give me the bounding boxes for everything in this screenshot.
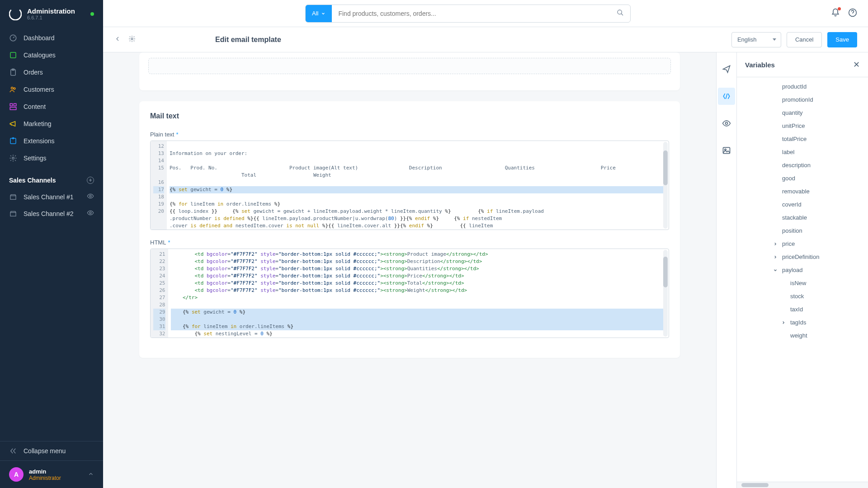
- nav-dashboard[interactable]: Dashboard: [0, 29, 103, 47]
- nav-extensions[interactable]: Extensions: [0, 132, 103, 150]
- variable-label: removable: [782, 188, 810, 195]
- close-button[interactable]: ✕: [853, 60, 860, 70]
- add-channel-button[interactable]: +: [87, 177, 94, 184]
- scrollbar[interactable]: [663, 142, 668, 229]
- variable-label: priceDefinition: [782, 253, 819, 260]
- nav-catalogues[interactable]: Catalogues: [0, 47, 103, 64]
- svg-point-0: [9, 8, 22, 20]
- nav-marketing[interactable]: Marketing: [0, 115, 103, 132]
- nav-label: Catalogues: [24, 52, 56, 59]
- back-button[interactable]: [114, 35, 121, 44]
- variable-quantity[interactable]: quantity: [737, 106, 868, 119]
- chevron-down-icon: [321, 11, 326, 16]
- nav-orders[interactable]: Orders: [0, 64, 103, 81]
- cancel-button[interactable]: Cancel: [787, 32, 822, 47]
- html-editor[interactable]: 2122232425262728293031323334353637 -38 <…: [150, 249, 669, 338]
- variable-promotionId[interactable]: promotionId: [737, 93, 868, 106]
- variable-label: quantity: [782, 109, 803, 116]
- variable-position[interactable]: position: [737, 224, 868, 237]
- channel-label: Sales Channel #1: [24, 193, 74, 201]
- svg-point-4: [11, 87, 14, 89]
- app-name: Administration: [27, 7, 85, 15]
- html-label: HTML*: [150, 239, 669, 246]
- chevron-right-icon: [772, 255, 778, 259]
- variable-good[interactable]: good: [737, 172, 868, 185]
- help-button[interactable]: [848, 8, 857, 19]
- variable-productId[interactable]: productId: [737, 80, 868, 93]
- variable-taxId[interactable]: taxId: [737, 303, 868, 316]
- collapse-menu-button[interactable]: Collapse menu: [0, 441, 103, 460]
- eye-icon[interactable]: [87, 192, 94, 201]
- chevron-down-icon: [772, 268, 778, 272]
- search-button[interactable]: [610, 9, 630, 18]
- layout-icon: [9, 103, 17, 111]
- puzzle-icon: [9, 137, 17, 145]
- svg-point-16: [618, 10, 622, 14]
- eye-icon[interactable]: [87, 209, 94, 218]
- users-icon: [9, 85, 17, 94]
- dropzone[interactable]: [148, 58, 671, 74]
- variable-payload[interactable]: payload: [737, 263, 868, 277]
- gauge-icon: [9, 34, 17, 42]
- svg-rect-2: [10, 52, 16, 58]
- variable-label[interactable]: label: [737, 145, 868, 159]
- h-scrollbar[interactable]: [737, 482, 868, 488]
- nav-customers[interactable]: Customers: [0, 81, 103, 98]
- scrollbar[interactable]: [663, 250, 668, 337]
- nav-settings[interactable]: Settings: [0, 150, 103, 167]
- save-button[interactable]: Save: [827, 32, 857, 47]
- variable-label: productId: [782, 83, 807, 90]
- notifications-button[interactable]: [831, 8, 840, 19]
- variable-weight[interactable]: weight: [737, 329, 868, 342]
- svg-point-13: [90, 195, 91, 197]
- variable-label: stackable: [782, 214, 807, 221]
- variable-removable[interactable]: removable: [737, 185, 868, 198]
- variable-label: weight: [790, 332, 807, 339]
- plain-text-editor[interactable]: 121314151617181920 Information on your o…: [150, 141, 669, 230]
- variable-price[interactable]: price: [737, 237, 868, 250]
- nav-label: Dashboard: [24, 34, 55, 42]
- collapse-icon: [9, 447, 17, 455]
- variable-unitPrice[interactable]: unitPrice: [737, 119, 868, 132]
- card-title: Mail text: [150, 112, 669, 120]
- variable-priceDefinition[interactable]: priceDefinition: [737, 250, 868, 263]
- variable-stackable[interactable]: stackable: [737, 211, 868, 224]
- sales-channel-1[interactable]: Sales Channel #1: [0, 188, 103, 205]
- sales-channel-2[interactable]: Sales Channel #2: [0, 205, 103, 222]
- search-filter-dropdown[interactable]: All: [306, 5, 332, 22]
- preview-tab[interactable]: [718, 115, 735, 132]
- user-name: admin: [29, 468, 61, 475]
- variable-label: taxId: [790, 306, 803, 313]
- variable-label: position: [782, 227, 802, 234]
- storefront-icon: [9, 193, 17, 201]
- variable-tagIds[interactable]: tagIds: [737, 316, 868, 329]
- nav-label: Orders: [24, 69, 43, 76]
- svg-rect-7: [14, 103, 16, 106]
- variable-label: description: [782, 162, 811, 169]
- variable-description[interactable]: description: [737, 159, 868, 172]
- variable-totalPrice[interactable]: totalPrice: [737, 132, 868, 145]
- user-menu[interactable]: A admin Administrator: [0, 460, 103, 488]
- mail-text-card: Mail text Plain text* 121314151617181920…: [139, 101, 680, 358]
- app-version: 6.6.7.1: [27, 15, 85, 20]
- variable-isNew[interactable]: isNew: [737, 277, 868, 290]
- upper-card: [139, 52, 680, 90]
- chevron-right-icon: [772, 242, 778, 246]
- page-settings-button[interactable]: [128, 35, 136, 44]
- variables-tab[interactable]: [718, 88, 735, 105]
- sales-channels-header: Sales Channels +: [0, 170, 103, 188]
- svg-point-5: [14, 88, 15, 89]
- channel-label: Sales Channel #2: [24, 210, 74, 217]
- send-test-button[interactable]: [718, 61, 735, 78]
- language-select[interactable]: English: [731, 32, 781, 47]
- box-icon: [9, 51, 17, 59]
- media-tab[interactable]: [718, 142, 735, 159]
- variable-stock[interactable]: stock: [737, 290, 868, 303]
- search-input[interactable]: [332, 10, 610, 17]
- variable-coverId[interactable]: coverId: [737, 198, 868, 211]
- collapse-label: Collapse menu: [24, 447, 66, 455]
- nav-content[interactable]: Content: [0, 98, 103, 115]
- variable-label: tagIds: [790, 319, 806, 326]
- variable-label: label: [782, 149, 794, 155]
- page-header: Edit email template English Cancel Save: [103, 27, 868, 52]
